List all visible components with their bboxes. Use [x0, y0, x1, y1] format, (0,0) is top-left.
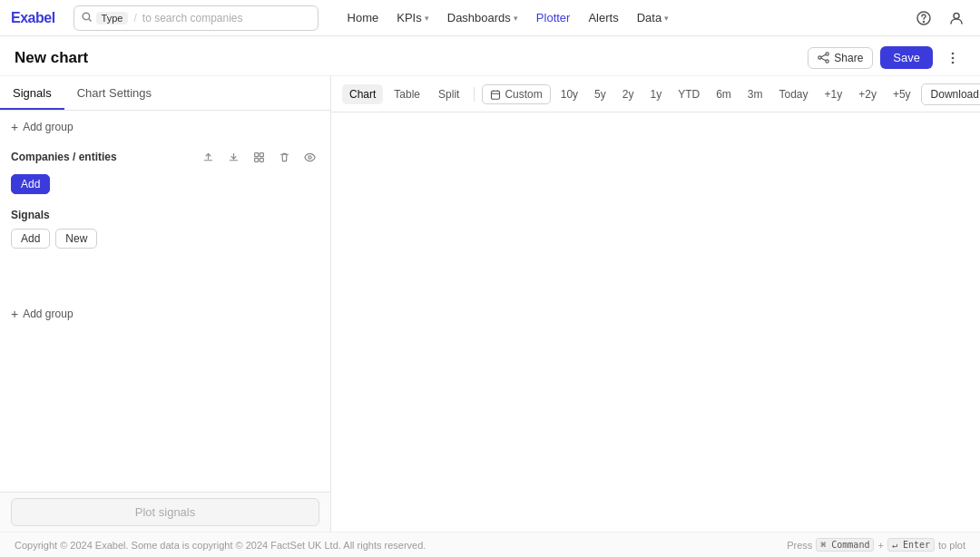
shortcut-suffix: to plot [938, 540, 965, 551]
nav-plotter[interactable]: Plotter [529, 7, 578, 28]
time-3m[interactable]: 3m [741, 85, 769, 103]
share-label: Share [834, 52, 863, 64]
time-5y[interactable]: 5y [588, 85, 612, 103]
chevron-down-icon: ▾ [514, 14, 518, 23]
signals-section-header: Signals [0, 201, 330, 225]
svg-point-11 [952, 56, 955, 59]
svg-point-5 [826, 53, 828, 55]
companies-title: Companies / entities [11, 151, 117, 163]
save-button[interactable]: Save [880, 46, 933, 69]
signals-title: Signals [11, 209, 50, 221]
user-button[interactable] [944, 5, 969, 31]
plus-icon: + [11, 120, 18, 134]
time-10y[interactable]: 10y [554, 85, 584, 103]
more-options-button[interactable] [940, 45, 965, 71]
svg-rect-13 [254, 152, 258, 156]
footer: Copyright © 2024 Exabel. Some data is co… [0, 532, 980, 557]
share-button[interactable]: Share [808, 47, 873, 69]
download-button[interactable]: Download ▾ [921, 83, 980, 105]
plot-signals-bar: Plot signals [0, 492, 330, 532]
shortcut-plus: + [877, 540, 883, 551]
plot-signals-button[interactable]: Plot signals [11, 498, 319, 526]
add-group-button-top[interactable]: + Add group [11, 120, 74, 134]
chart-tab-table[interactable]: Table [387, 84, 427, 104]
download-icon[interactable] [223, 147, 243, 167]
upload-icon[interactable] [198, 147, 218, 167]
svg-rect-16 [260, 158, 263, 161]
companies-add-button[interactable]: Add [11, 174, 50, 194]
svg-point-7 [826, 60, 828, 63]
download-label: Download [931, 88, 979, 101]
chart-area [331, 112, 980, 532]
help-button[interactable] [911, 5, 936, 31]
chart-toolbar-right: Download ▾ [921, 83, 980, 105]
chart-tab-chart[interactable]: Chart [342, 84, 383, 104]
tab-chart-settings[interactable]: Chart Settings [64, 79, 164, 110]
signals-add-button[interactable]: Add [11, 229, 50, 249]
companies-add-row: Add [0, 171, 330, 198]
svg-line-9 [821, 58, 826, 60]
page-header: New chart Share Save [0, 36, 980, 76]
top-navigation: Exabel Type / to search companies Home K… [0, 0, 980, 36]
time-1y[interactable]: 1y [643, 85, 668, 103]
signals-new-button[interactable]: New [55, 229, 97, 249]
time-today[interactable]: Today [772, 85, 814, 103]
shortcut-prefix: Press [787, 540, 812, 551]
svg-rect-18 [492, 91, 500, 99]
nav-home[interactable]: Home [340, 7, 387, 28]
svg-point-17 [308, 155, 310, 158]
svg-point-0 [83, 13, 90, 20]
left-panel: Signals Chart Settings + Add group Compa… [0, 76, 331, 532]
toolbar-divider [474, 87, 475, 102]
left-content: + Add group Companies / entities [0, 111, 330, 492]
svg-point-12 [952, 61, 955, 64]
command-key: ⌘ Command [816, 538, 874, 552]
svg-point-4 [954, 13, 959, 18]
logo[interactable]: Exabel [11, 10, 55, 26]
time-ytd[interactable]: YTD [671, 85, 706, 103]
time-plus2y[interactable]: +2y [852, 85, 883, 103]
time-2y[interactable]: 2y [616, 85, 641, 103]
time-plus1y[interactable]: +1y [818, 85, 849, 103]
time-6m[interactable]: 6m [710, 85, 738, 103]
chevron-down-icon: ▾ [425, 14, 429, 23]
svg-point-10 [952, 52, 955, 54]
search-icon [82, 12, 93, 24]
plus-icon: + [11, 307, 18, 321]
nav-links: Home KPIs ▾ Dashboards ▾ Plotter Alerts … [340, 7, 677, 28]
search-input-placeholder: to search companies [142, 12, 243, 24]
eye-icon[interactable] [299, 147, 319, 167]
grid-icon[interactable] [249, 147, 269, 167]
custom-date-button[interactable]: Custom [482, 84, 550, 104]
chart-toolbar: Chart Table Split Custom 10y 5y 2y 1y YT… [331, 76, 980, 112]
add-group-button-bottom[interactable]: + Add group [11, 307, 319, 321]
nav-data[interactable]: Data ▾ [630, 7, 676, 28]
companies-actions [198, 147, 319, 167]
page-actions: Share Save [808, 45, 965, 71]
enter-key: ↵ Enter [887, 538, 935, 552]
signals-add-row: Add New [0, 225, 330, 252]
add-group-bottom-wrapper: + Add group [0, 307, 330, 321]
copyright-text: Copyright © 2024 Exabel. Some data is co… [15, 540, 426, 551]
nav-kpis[interactable]: KPIs ▾ [389, 7, 436, 28]
trash-icon[interactable] [274, 147, 294, 167]
add-group-label: Add group [23, 121, 73, 133]
companies-section-header: Companies / entities [0, 140, 330, 171]
keyboard-shortcut-hint: Press ⌘ Command + ↵ Enter to plot [787, 538, 965, 552]
add-group-top: + Add group [0, 111, 330, 140]
svg-point-6 [818, 56, 821, 59]
tab-signals[interactable]: Signals [0, 79, 64, 110]
svg-point-3 [924, 21, 925, 22]
signals-section: Signals Add New [0, 201, 330, 252]
right-panel: Chart Table Split Custom 10y 5y 2y 1y YT… [331, 76, 980, 532]
custom-btn-label: Custom [505, 88, 542, 101]
left-tabs: Signals Chart Settings [0, 76, 330, 111]
search-bar[interactable]: Type / to search companies [74, 5, 318, 31]
search-type-tag: Type [96, 12, 129, 24]
nav-dashboards[interactable]: Dashboards ▾ [440, 7, 525, 28]
svg-rect-15 [254, 158, 258, 161]
page-title: New chart [15, 49, 88, 67]
time-plus5y[interactable]: +5y [887, 85, 917, 103]
nav-alerts[interactable]: Alerts [581, 7, 625, 28]
chart-tab-split[interactable]: Split [431, 84, 466, 104]
